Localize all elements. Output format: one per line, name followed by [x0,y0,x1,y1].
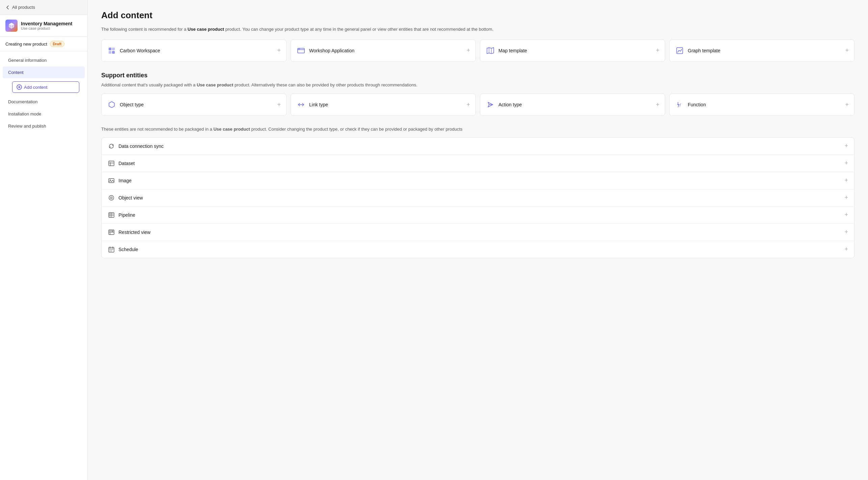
sidebar-item-documentation[interactable]: Documentation [3,96,85,108]
product-header: Inventory Management Use case product [0,15,87,37]
card-carbon-workspace[interactable]: Carbon Workspace + [101,39,287,62]
add-dataset-icon: + [844,160,848,167]
page-title: Add content [101,10,855,21]
not-recommended-description: These entities are not recommended to be… [101,126,855,133]
svg-rect-14 [109,161,114,166]
cube-icon [8,22,15,29]
svg-rect-23 [109,213,114,217]
sidebar-nav: General information Content Add content … [0,51,87,135]
add-content-button[interactable]: Add content [12,81,79,93]
card-label-object-type: Object type [120,102,144,107]
card-function[interactable]: f Function + [669,94,855,116]
schedule-label: Schedule [118,247,138,252]
pipeline-label: Pipeline [118,212,135,218]
add-map-icon: + [656,47,659,54]
add-circle-icon [17,84,22,90]
back-button[interactable]: All products [0,0,87,15]
support-description: Additional content that's usually packag… [101,82,855,88]
object-view-label: Object view [118,195,143,201]
workspace-icon [107,46,116,55]
sidebar-item-general[interactable]: General information [3,54,85,66]
product-icon [5,20,18,32]
main-description: The following content is recommended for… [101,26,855,33]
add-object-type-icon: + [277,101,281,108]
map-icon [486,46,495,55]
sidebar-item-content[interactable]: Content [3,66,85,78]
restricted-view-icon [108,229,115,236]
card-action-type[interactable]: Action type + [480,94,665,116]
action-type-icon [486,100,495,109]
add-function-icon: + [845,101,849,108]
svg-rect-1 [109,48,111,50]
svg-point-19 [110,179,111,180]
not-recommended-list: Data connection sync + Dataset + [101,137,855,258]
object-view-icon [108,194,115,202]
workshop-icon [296,46,306,55]
svg-rect-4 [112,51,115,54]
list-item-schedule[interactable]: Schedule + [102,241,854,258]
list-item-dataset[interactable]: Dataset + [102,155,854,172]
card-label-carbon-workspace: Carbon Workspace [120,48,160,53]
data-connection-sync-label: Data connection sync [118,143,164,149]
svg-point-7 [298,49,299,49]
card-label-map: Map template [498,48,527,53]
svg-point-8 [299,49,300,49]
support-cards-grid: Object type + Link type + [101,94,855,116]
recommended-cards-grid: Carbon Workspace + Workshop Application … [101,39,855,62]
object-type-icon [107,100,116,109]
add-carbon-workspace-icon: + [277,47,281,54]
card-map-template[interactable]: Map template + [480,39,665,62]
draft-badge: Draft [50,41,65,47]
list-item-data-connection-sync[interactable]: Data connection sync + [102,138,854,155]
add-restricted-view-icon: + [844,229,848,236]
pipeline-icon [108,211,115,219]
status-row: Creating new product Draft [0,37,87,51]
card-label-action-type: Action type [498,102,522,107]
add-schedule-icon: + [844,246,848,253]
main-content: Add content The following content is rec… [88,0,868,480]
card-workshop-application[interactable]: Workshop Application + [291,39,476,62]
card-link-type[interactable]: Link type + [291,94,476,116]
sidebar-item-installation[interactable]: Installation mode [3,108,85,120]
dataset-label: Dataset [118,161,135,166]
sidebar: All products Inventory Management Use ca… [0,0,88,480]
dataset-icon [108,160,115,167]
product-type: Use case product [21,26,72,30]
link-type-icon [296,100,306,109]
data-connection-sync-icon [108,142,115,150]
product-info: Inventory Management Use case product [21,21,72,30]
add-graph-icon: + [845,47,849,54]
svg-rect-3 [109,51,111,54]
add-content-label: Add content [24,85,47,90]
add-image-icon: + [844,177,848,184]
card-object-type[interactable]: Object type + [101,94,287,116]
card-label-workshop: Workshop Application [309,48,354,53]
function-icon: f [675,100,684,109]
back-arrow-icon [5,5,10,10]
list-item-image[interactable]: Image + [102,172,854,189]
list-item-pipeline[interactable]: Pipeline + [102,207,854,224]
product-name: Inventory Management [21,21,72,26]
card-graph-template[interactable]: Graph template + [669,39,855,62]
add-action-type-icon: + [656,101,659,108]
svg-text:f: f [680,103,681,107]
card-label-link-type: Link type [309,102,328,107]
card-label-graph: Graph template [688,48,721,53]
add-workshop-icon: + [466,47,470,54]
restricted-view-label: Restricted view [118,230,151,235]
list-item-restricted-view[interactable]: Restricted view + [102,224,854,241]
svg-point-22 [111,197,112,198]
list-item-object-view[interactable]: Object view + [102,189,854,207]
add-object-view-icon: + [844,194,848,201]
svg-rect-28 [109,230,114,235]
sidebar-sub-content: Add content [0,79,87,96]
sidebar-item-review[interactable]: Review and publish [3,120,85,132]
image-label: Image [118,178,132,183]
add-data-connection-sync-icon: + [844,142,848,150]
add-pipeline-icon: + [844,211,848,218]
card-label-function: Function [688,102,706,107]
back-label: All products [12,5,35,10]
svg-rect-2 [112,48,115,50]
graph-icon [675,46,684,55]
svg-marker-9 [487,48,494,54]
